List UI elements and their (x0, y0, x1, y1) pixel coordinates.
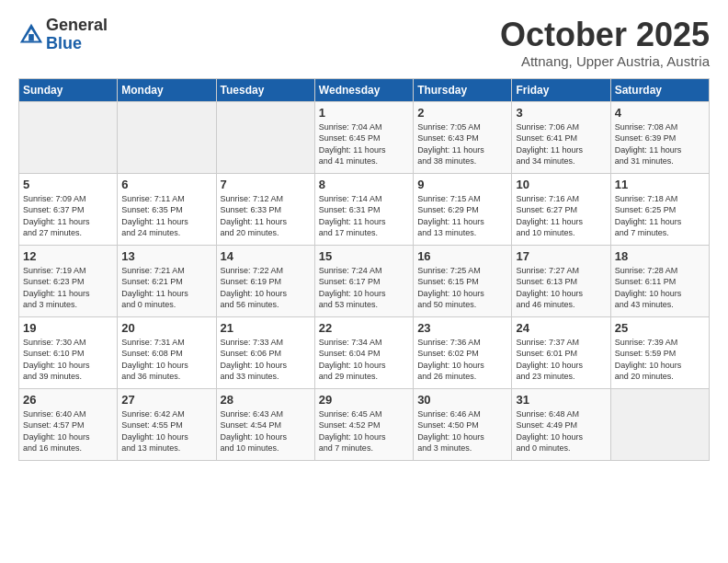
calendar-cell: 29Sunrise: 6:45 AM Sunset: 4:52 PM Dayli… (314, 388, 413, 460)
cell-info: Sunrise: 7:27 AM Sunset: 6:13 PM Dayligh… (516, 265, 606, 311)
calendar-cell: 1Sunrise: 7:04 AM Sunset: 6:45 PM Daylig… (314, 101, 413, 173)
cell-info: Sunrise: 7:34 AM Sunset: 6:04 PM Dayligh… (319, 337, 409, 383)
cell-info: Sunrise: 7:36 AM Sunset: 6:02 PM Dayligh… (417, 337, 507, 383)
logo-icon (18, 22, 44, 48)
weekday-header-row: SundayMondayTuesdayWednesdayThursdayFrid… (19, 78, 710, 101)
cell-info: Sunrise: 7:16 AM Sunset: 6:27 PM Dayligh… (516, 193, 606, 239)
cell-info: Sunrise: 7:12 AM Sunset: 6:33 PM Dayligh… (221, 193, 311, 239)
cell-info: Sunrise: 6:40 AM Sunset: 4:57 PM Dayligh… (23, 408, 113, 454)
calendar-cell: 21Sunrise: 7:33 AM Sunset: 6:06 PM Dayli… (216, 316, 314, 388)
cell-info: Sunrise: 7:04 AM Sunset: 6:45 PM Dayligh… (319, 121, 409, 167)
day-number: 18 (615, 249, 705, 263)
day-number: 29 (319, 393, 409, 407)
calendar-cell: 11Sunrise: 7:18 AM Sunset: 6:25 PM Dayli… (610, 173, 709, 245)
day-number: 8 (319, 178, 409, 191)
day-number: 3 (516, 106, 606, 120)
cell-info: Sunrise: 7:18 AM Sunset: 6:25 PM Dayligh… (615, 193, 705, 239)
calendar-cell: 16Sunrise: 7:25 AM Sunset: 6:15 PM Dayli… (414, 245, 512, 316)
calendar-table: SundayMondayTuesdayWednesdayThursdayFrid… (18, 78, 710, 461)
day-number: 21 (221, 321, 311, 335)
day-number: 4 (615, 106, 705, 120)
location: Attnang, Upper Austria, Austria (500, 53, 710, 69)
cell-info: Sunrise: 7:39 AM Sunset: 5:59 PM Dayligh… (615, 337, 705, 383)
calendar-cell: 2Sunrise: 7:05 AM Sunset: 6:43 PM Daylig… (414, 101, 512, 173)
cell-info: Sunrise: 6:43 AM Sunset: 4:54 PM Dayligh… (221, 408, 311, 454)
calendar-cell: 30Sunrise: 6:46 AM Sunset: 4:50 PM Dayli… (414, 388, 512, 460)
weekday-header-wednesday: Wednesday (314, 78, 413, 101)
cell-info: Sunrise: 7:31 AM Sunset: 6:08 PM Dayligh… (121, 337, 211, 383)
day-number: 7 (221, 178, 311, 191)
calendar-week-4: 19Sunrise: 7:30 AM Sunset: 6:10 PM Dayli… (19, 316, 710, 388)
cell-info: Sunrise: 7:37 AM Sunset: 6:01 PM Dayligh… (516, 337, 606, 383)
cell-info: Sunrise: 6:45 AM Sunset: 4:52 PM Dayligh… (319, 408, 409, 454)
day-number: 24 (516, 321, 606, 335)
weekday-header-saturday: Saturday (610, 78, 709, 101)
day-number: 25 (615, 321, 705, 335)
logo-text: General Blue (46, 17, 108, 53)
day-number: 28 (221, 393, 311, 407)
calendar-cell: 17Sunrise: 7:27 AM Sunset: 6:13 PM Dayli… (512, 245, 610, 316)
calendar-cell: 20Sunrise: 7:31 AM Sunset: 6:08 PM Dayli… (118, 316, 216, 388)
logo-general: General (46, 17, 108, 35)
cell-info: Sunrise: 7:09 AM Sunset: 6:37 PM Dayligh… (23, 193, 113, 239)
day-number: 1 (319, 106, 409, 120)
calendar-week-1: 1Sunrise: 7:04 AM Sunset: 6:45 PM Daylig… (19, 101, 710, 173)
calendar-cell (19, 101, 118, 173)
day-number: 11 (615, 178, 705, 191)
page-container: General Blue October 2025 Attnang, Upper… (0, 0, 728, 470)
calendar-cell: 22Sunrise: 7:34 AM Sunset: 6:04 PM Dayli… (314, 316, 413, 388)
logo-blue: Blue (46, 35, 108, 53)
day-number: 13 (121, 249, 211, 263)
cell-info: Sunrise: 7:25 AM Sunset: 6:15 PM Dayligh… (417, 265, 507, 311)
calendar-cell: 31Sunrise: 6:48 AM Sunset: 4:49 PM Dayli… (512, 388, 610, 460)
weekday-header-monday: Monday (118, 78, 216, 101)
calendar-cell: 7Sunrise: 7:12 AM Sunset: 6:33 PM Daylig… (216, 173, 314, 245)
calendar-cell: 26Sunrise: 6:40 AM Sunset: 4:57 PM Dayli… (19, 388, 118, 460)
calendar-week-2: 5Sunrise: 7:09 AM Sunset: 6:37 PM Daylig… (19, 173, 710, 245)
day-number: 23 (417, 321, 507, 335)
calendar-cell: 18Sunrise: 7:28 AM Sunset: 6:11 PM Dayli… (610, 245, 709, 316)
day-number: 19 (23, 321, 113, 335)
cell-info: Sunrise: 7:14 AM Sunset: 6:31 PM Dayligh… (319, 193, 409, 239)
calendar-cell: 4Sunrise: 7:08 AM Sunset: 6:39 PM Daylig… (610, 101, 709, 173)
day-number: 22 (319, 321, 409, 335)
logo: General Blue (18, 17, 108, 53)
cell-info: Sunrise: 7:08 AM Sunset: 6:39 PM Dayligh… (615, 121, 705, 167)
cell-info: Sunrise: 7:06 AM Sunset: 6:41 PM Dayligh… (516, 121, 606, 167)
calendar-cell: 8Sunrise: 7:14 AM Sunset: 6:31 PM Daylig… (314, 173, 413, 245)
calendar-week-5: 26Sunrise: 6:40 AM Sunset: 4:57 PM Dayli… (19, 388, 710, 460)
calendar-cell (216, 101, 314, 173)
cell-info: Sunrise: 7:28 AM Sunset: 6:11 PM Dayligh… (615, 265, 705, 311)
calendar-cell: 13Sunrise: 7:21 AM Sunset: 6:21 PM Dayli… (118, 245, 216, 316)
calendar-cell: 6Sunrise: 7:11 AM Sunset: 6:35 PM Daylig… (118, 173, 216, 245)
calendar-cell: 19Sunrise: 7:30 AM Sunset: 6:10 PM Dayli… (19, 316, 118, 388)
cell-info: Sunrise: 7:15 AM Sunset: 6:29 PM Dayligh… (417, 193, 507, 239)
cell-info: Sunrise: 7:21 AM Sunset: 6:21 PM Dayligh… (121, 265, 211, 311)
day-number: 26 (23, 393, 113, 407)
calendar-cell: 14Sunrise: 7:22 AM Sunset: 6:19 PM Dayli… (216, 245, 314, 316)
cell-info: Sunrise: 6:42 AM Sunset: 4:55 PM Dayligh… (121, 408, 211, 454)
calendar-cell: 12Sunrise: 7:19 AM Sunset: 6:23 PM Dayli… (19, 245, 118, 316)
calendar-cell: 3Sunrise: 7:06 AM Sunset: 6:41 PM Daylig… (512, 101, 610, 173)
calendar-cell: 23Sunrise: 7:36 AM Sunset: 6:02 PM Dayli… (414, 316, 512, 388)
weekday-header-thursday: Thursday (414, 78, 512, 101)
day-number: 2 (417, 106, 507, 120)
month-title: October 2025 (500, 17, 710, 53)
cell-info: Sunrise: 6:48 AM Sunset: 4:49 PM Dayligh… (516, 408, 606, 454)
calendar-cell (610, 388, 709, 460)
day-number: 15 (319, 249, 409, 263)
calendar-cell: 24Sunrise: 7:37 AM Sunset: 6:01 PM Dayli… (512, 316, 610, 388)
day-number: 5 (23, 178, 113, 191)
cell-info: Sunrise: 7:11 AM Sunset: 6:35 PM Dayligh… (121, 193, 211, 239)
weekday-header-tuesday: Tuesday (216, 78, 314, 101)
svg-rect-2 (28, 34, 34, 40)
calendar-cell (118, 101, 216, 173)
weekday-header-sunday: Sunday (19, 78, 118, 101)
day-number: 6 (121, 178, 211, 191)
day-number: 20 (121, 321, 211, 335)
day-number: 31 (516, 393, 606, 407)
calendar-cell: 27Sunrise: 6:42 AM Sunset: 4:55 PM Dayli… (118, 388, 216, 460)
day-number: 12 (23, 249, 113, 263)
day-number: 10 (516, 178, 606, 191)
calendar-cell: 25Sunrise: 7:39 AM Sunset: 5:59 PM Dayli… (610, 316, 709, 388)
